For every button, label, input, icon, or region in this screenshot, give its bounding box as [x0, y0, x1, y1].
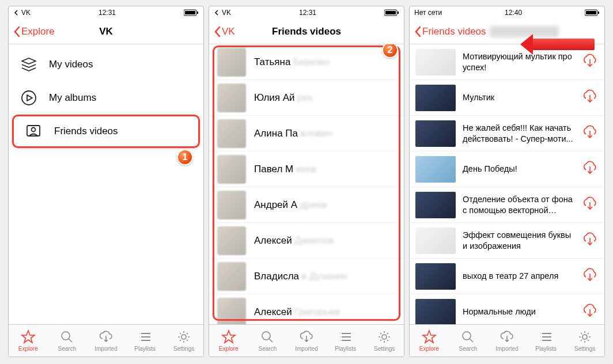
download-button[interactable] — [581, 124, 599, 143]
svg-rect-15 — [598, 12, 599, 14]
tab-explore[interactable]: Explore — [410, 325, 449, 357]
svg-rect-2 — [197, 12, 198, 14]
tab-search[interactable]: Search — [449, 325, 488, 357]
back-label: VK — [222, 26, 235, 37]
chevron-left-icon — [414, 26, 421, 37]
video-row[interactable]: Эффект совмещения буквы и изображения — [410, 223, 604, 259]
friend-name: Татьяна — [254, 56, 290, 68]
tab-imported[interactable]: Imported — [287, 325, 326, 357]
video-row[interactable]: Не жалей себя!!! Как начать действовать!… — [410, 116, 604, 151]
video-row[interactable]: День Победы! — [410, 151, 604, 187]
back-icon — [13, 10, 19, 16]
video-thumbnail — [415, 263, 456, 290]
tab-explore[interactable]: Explore — [209, 325, 248, 357]
status-time: 12:31 — [299, 9, 316, 17]
friend-row[interactable]: Юлия Ай рих — [209, 80, 404, 116]
friend-row[interactable]: Алексей Григорьев — [209, 294, 404, 324]
menu-label: Friends videos — [54, 126, 118, 137]
tab-bar: Explore Search Imported Playlists Settin… — [9, 324, 203, 357]
tab-bar: Explore Search Imported Playlists Settin… — [209, 324, 404, 357]
star-icon — [21, 329, 36, 344]
friend-name-blurred: кеев — [296, 164, 316, 175]
friend-name-blurred: в Духанин — [301, 271, 347, 282]
content-area: Мотивирующий мультик про успех! Мультик … — [410, 44, 604, 324]
download-button[interactable] — [581, 88, 599, 108]
tab-playlists[interactable]: Playlists — [326, 325, 365, 357]
friend-name: Алексей — [254, 235, 292, 247]
friend-name: Андрей А — [254, 199, 297, 211]
cloud-download-icon — [500, 329, 514, 344]
back-button[interactable]: VK — [214, 26, 235, 37]
friend-row[interactable]: Павел М кеев — [209, 151, 404, 187]
gear-icon — [377, 329, 392, 344]
status-bar: Нет сети 12:40 — [410, 6, 604, 19]
screen-video-list: Нет сети 12:40 Friends videos Мотивирующ… — [409, 6, 605, 357]
tab-playlists[interactable]: Playlists — [126, 325, 165, 357]
friend-row[interactable]: Владисла в Духанин — [209, 259, 404, 294]
tab-label: Explore — [18, 346, 38, 352]
friend-row[interactable]: Алина Па влович — [209, 116, 404, 151]
friend-avatar — [217, 155, 246, 184]
tab-imported[interactable]: Imported — [487, 325, 527, 357]
tab-settings[interactable]: Settings — [365, 325, 404, 357]
chevron-left-icon — [214, 26, 221, 37]
tab-label: Explore — [219, 346, 239, 352]
friend-row[interactable]: Татьяна Березко — [209, 44, 404, 80]
menu-label: My videos — [49, 59, 93, 70]
video-row[interactable]: Мультик — [410, 80, 604, 116]
back-button[interactable]: Explore — [13, 26, 55, 37]
friend-name: Владисла — [254, 271, 299, 282]
menu-friends-videos[interactable]: Friends videos — [12, 115, 200, 148]
chevron-left-icon — [13, 26, 20, 37]
download-icon — [581, 88, 599, 105]
video-row[interactable]: Мотивирующий мультик про успех! — [410, 44, 604, 80]
nav-bar: VK Friends videos — [209, 19, 404, 44]
nav-bar: Friends videos — [410, 19, 604, 44]
download-button[interactable] — [581, 195, 599, 215]
menu-my-videos[interactable]: My videos — [9, 48, 203, 81]
friend-name-blurred: Данилов — [294, 235, 334, 247]
download-button[interactable] — [581, 231, 599, 251]
video-row[interactable]: Нормальные люди — [410, 294, 604, 324]
menu-my-albums[interactable]: My albums — [9, 81, 203, 115]
tab-settings[interactable]: Settings — [565, 325, 604, 357]
download-button[interactable] — [581, 267, 599, 286]
download-button[interactable] — [581, 160, 599, 179]
tab-label: Playlists — [335, 346, 356, 352]
friend-row[interactable]: Алексей Данилов — [209, 223, 404, 259]
cloud-download-icon — [299, 329, 314, 344]
tab-settings[interactable]: Settings — [164, 325, 203, 357]
search-icon — [59, 329, 74, 344]
tab-playlists[interactable]: Playlists — [527, 325, 566, 357]
search-icon — [260, 329, 275, 344]
svg-point-5 — [32, 128, 36, 132]
svg-rect-9 — [385, 11, 396, 14]
video-title: Не жалей себя!!! Как начать действовать!… — [463, 123, 574, 143]
svg-point-7 — [181, 335, 186, 339]
svg-point-12 — [382, 335, 387, 339]
back-button[interactable]: Friends videos — [414, 26, 486, 37]
friend-row[interactable]: Андрей А дреев — [209, 187, 404, 223]
friend-name: Алина Па — [254, 128, 298, 139]
tab-search[interactable]: Search — [248, 325, 287, 357]
video-thumbnail — [415, 120, 456, 147]
tab-explore[interactable]: Explore — [9, 325, 48, 357]
content-area: My videos My albums Friends videos 1 — [9, 44, 203, 324]
tab-search[interactable]: Search — [48, 325, 87, 357]
video-thumbnail — [415, 299, 456, 325]
star-icon — [422, 329, 437, 344]
stack-icon — [19, 55, 39, 74]
star-icon — [221, 329, 236, 344]
friend-name: Юлия Ай — [254, 92, 295, 104]
download-button[interactable] — [581, 52, 599, 72]
download-button[interactable] — [581, 302, 599, 322]
video-row[interactable]: выход в театр 27 апреля — [410, 259, 604, 294]
download-icon — [581, 267, 599, 284]
tab-label: Playlists — [535, 346, 557, 352]
tab-label: Explore — [419, 346, 439, 352]
friend-avatar — [217, 48, 246, 77]
friend-avatar — [217, 262, 246, 291]
video-row[interactable]: Отделение объекта от фона с помощью вект… — [410, 187, 604, 223]
tab-imported[interactable]: Imported — [86, 325, 126, 357]
video-thumbnail — [415, 192, 456, 218]
